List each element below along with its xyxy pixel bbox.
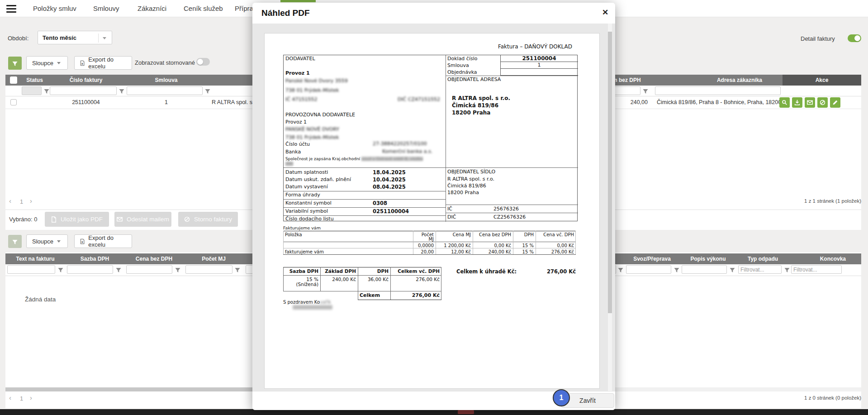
show-cancelled-toggle[interactable] <box>196 58 210 66</box>
funnel-icon[interactable] <box>235 267 240 272</box>
col-typ-odpadu[interactable]: Typ odpadu <box>736 253 789 264</box>
clear-filters-button[interactable] <box>8 57 22 70</box>
clear-filters-button-2[interactable] <box>8 235 22 248</box>
filter-cena-input[interactable] <box>126 265 172 274</box>
funnel-icon[interactable] <box>175 267 180 272</box>
col-status[interactable]: Status <box>22 75 47 86</box>
columns-button-label: Sloupce <box>32 238 53 245</box>
filter-pocet-input[interactable] <box>185 265 232 274</box>
filter-sazba-input[interactable] <box>67 265 113 274</box>
empty-table-message: Žádná data <box>25 296 56 303</box>
ban-icon <box>820 100 825 105</box>
registry-note-text: Společnost je zapsána Kraj.obchodní <box>285 157 360 161</box>
row-checkbox[interactable] <box>10 99 17 105</box>
next-page-button[interactable]: › <box>30 197 32 205</box>
edit-button[interactable] <box>830 97 840 108</box>
page-number-2[interactable]: 1 <box>20 395 23 402</box>
nav-item-zakaznici[interactable]: Zákazníci <box>138 0 166 17</box>
col-svoz-preprava[interactable]: Svoz/Přeprava <box>624 253 680 264</box>
total-due-label: Celkem k úhradě Kč: <box>456 268 517 275</box>
col-cislo-faktury[interactable]: Číslo faktury <box>47 75 124 86</box>
mail-icon <box>807 100 813 105</box>
funnel-icon[interactable] <box>116 267 121 272</box>
nav-item-cenik-sluzeb[interactable]: Ceník služeb <box>184 0 223 17</box>
close-icon[interactable]: ✕ <box>602 8 608 17</box>
date-label: Datum uskut. zdaň. plnění <box>285 176 351 182</box>
app-root: { "nav": {"items": ["Položky smluv", "Sm… <box>0 0 868 415</box>
funnel-icon[interactable] <box>784 267 790 272</box>
send-mail-button[interactable] <box>805 97 815 108</box>
filter-adresa-input[interactable] <box>655 86 781 95</box>
col-adresa-zakaznika[interactable]: Adresa zákazníka <box>653 75 762 86</box>
funnel-icon[interactable] <box>44 88 49 93</box>
col-text-na-fakturu[interactable]: Text na fakturu <box>5 253 65 264</box>
funnel-icon[interactable] <box>205 88 210 93</box>
divider <box>441 267 441 300</box>
filter-text-input[interactable] <box>7 265 55 274</box>
col-sazba-dph[interactable]: Sazba DPH <box>65 253 124 264</box>
funnel-icon[interactable] <box>119 88 124 93</box>
items-h-dph: DPH <box>514 232 534 237</box>
prev-page-button[interactable]: ‹ <box>9 197 11 205</box>
funnel-icon[interactable] <box>58 267 63 272</box>
save-pdf-button[interactable]: Uložit jako PDF <box>45 212 109 227</box>
export-excel-button[interactable]: x Export do excelu <box>74 56 132 70</box>
nav-item-smlouvy[interactable]: Smlouvy <box>93 0 119 17</box>
col-smlouva[interactable]: Smlouva <box>124 75 208 86</box>
nav-item-priprava[interactable]: Přípra <box>235 0 253 17</box>
prev-page-button-2[interactable]: ‹ <box>9 394 11 401</box>
filter-cislo-faktury-input[interactable] <box>50 86 117 95</box>
storno-bulk-button[interactable]: Storno faktury <box>178 212 238 227</box>
next-page-button-2[interactable]: › <box>30 394 32 401</box>
filter-typ-odpadu-input[interactable] <box>738 265 782 274</box>
select-all-checkbox[interactable] <box>10 76 17 84</box>
col-popis-vykonu[interactable]: Popis výkonu <box>680 253 736 264</box>
vertical-scrollbar[interactable] <box>608 24 612 391</box>
filter-popis-input[interactable] <box>682 265 727 274</box>
status-filter-select[interactable] <box>22 86 42 95</box>
funnel-icon[interactable] <box>643 88 648 93</box>
divider <box>283 231 576 231</box>
doc-contract-label: Smlouva <box>447 62 469 68</box>
download-button[interactable] <box>792 97 802 108</box>
svg-text:x: x <box>81 62 83 65</box>
funnel-icon[interactable] <box>730 267 735 272</box>
registry-note-line2: 499 <box>285 162 293 166</box>
col-akce: Akce <box>783 75 861 86</box>
divider <box>283 275 441 276</box>
doc-number-cell: 251100004 <box>500 55 578 62</box>
invoice-main-table: DODAVATEL Provoz 1 Panské Nové Dvory 355… <box>283 55 578 221</box>
divider <box>358 300 441 300</box>
filter-koncovka-input[interactable] <box>791 265 842 274</box>
divider <box>284 191 446 191</box>
export-excel-button-2[interactable]: x Export do excelu <box>74 234 132 248</box>
doc-order-label: Objednávka <box>447 69 477 75</box>
funnel-icon[interactable] <box>674 267 679 272</box>
doc-contract-cell: 1 <box>500 62 578 69</box>
page-number[interactable]: 1 <box>20 198 23 205</box>
scrollbar-thumb[interactable] <box>608 32 612 313</box>
filter-svoz-input[interactable] <box>626 265 671 274</box>
funnel-icon[interactable] <box>618 267 623 272</box>
items-r2-item: fakturujeme vám <box>285 249 324 254</box>
customer-street: Čimická 819/86 <box>452 102 498 109</box>
nav-item-polozky-smluv[interactable]: Položky smluv <box>33 0 76 17</box>
vat-h-base: Základ DPH <box>322 268 356 274</box>
svg-text:x: x <box>81 240 83 243</box>
columns-button[interactable]: Sloupce <box>26 56 68 70</box>
period-select[interactable]: Tento měsíc <box>38 31 112 44</box>
storno-button[interactable] <box>817 97 828 108</box>
preview-pdf-button[interactable] <box>779 97 790 108</box>
col-pocet-mj[interactable]: Počet MJ <box>184 253 244 264</box>
pencil-icon <box>832 100 838 105</box>
columns-button-2[interactable]: Sloupce <box>26 234 68 248</box>
col-cena-bez-dph[interactable]: Cena bez DPH <box>124 253 184 264</box>
detail-invoice-toggle[interactable] <box>848 34 861 42</box>
send-mail-bulk-button[interactable]: Odeslat mailem <box>114 212 171 227</box>
items-r2-incl: 276,00 Kč <box>537 249 574 254</box>
filter-smlouva-input[interactable] <box>127 86 203 95</box>
vat-h-total: Celkem vč. DPH <box>392 268 440 274</box>
period-select-value: Tento měsíc <box>43 34 76 41</box>
col-koncovka[interactable]: Koncovka <box>789 253 846 264</box>
menu-icon[interactable] <box>6 5 16 14</box>
